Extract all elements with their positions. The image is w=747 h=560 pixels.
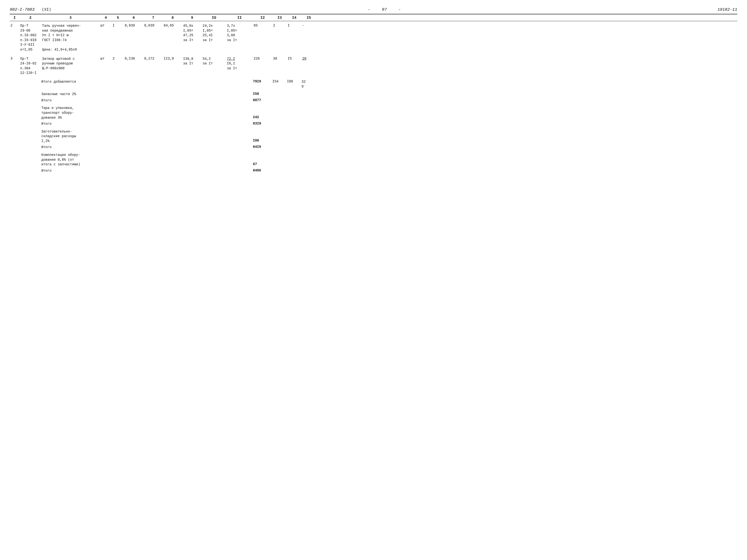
summary-row-itogo-4: Итого 8486 (10, 169, 737, 173)
summary-label: Итого (41, 122, 100, 126)
cell-1-15: - (302, 23, 316, 28)
dash1: - (368, 7, 370, 12)
cell-2-13: 38 (272, 56, 287, 61)
summary-row-tara: Тара и упаковка, транспорт обору- довани… (10, 106, 737, 120)
summary-row-komplektaciya: Комплектация обору- дования 0,8% (от ито… (10, 153, 737, 167)
col-header-13: I3 (272, 16, 287, 20)
cell-2-14: I5 (287, 56, 302, 61)
col-header-1: I (10, 16, 20, 20)
summary-val-12: 79I9 (253, 79, 272, 83)
page-num: 97 (382, 7, 387, 12)
col-header-11: II (226, 16, 253, 20)
cell-1-10: 24,2х I,05= 25,4I за Iт (202, 23, 226, 43)
summary-val-12: 67 (253, 162, 272, 167)
col-header-10: IO (202, 16, 226, 20)
col-header-4: 4 (100, 16, 112, 20)
summary-label: Итого (41, 145, 100, 150)
summary-val-12: 84I9 (253, 145, 272, 149)
cell-1-6: 0,039 (124, 23, 144, 28)
summary-label: Комплектация обору- дования 0,8% (от ито… (41, 153, 100, 167)
summary-val-12: 83I9 (253, 122, 272, 125)
col-header-3: 3 (41, 16, 100, 20)
col-header-7: 7 (144, 16, 163, 20)
cell-1-12: 85 (253, 23, 272, 28)
cell-2-6: 0,I36 (124, 56, 144, 61)
summary-row-spare-parts: Запасные части 2% I58 (10, 92, 737, 97)
col-header-9: 9 (182, 16, 202, 20)
cell-2-15: 20 (302, 56, 316, 61)
cell-2-4: шт (100, 56, 112, 61)
col-header-6: 6 (124, 16, 144, 20)
summary-val-12: I00 (253, 138, 272, 144)
cell-1-1: 2 (10, 23, 20, 28)
summary-label: Итого (41, 98, 100, 103)
summary-row-itogo-3: Итого 84I9 (10, 145, 737, 150)
cell-1-14: I (287, 23, 302, 28)
cell-2-2: Пр-Т 24-I0-02 п.304 22-I20-I (20, 56, 41, 76)
summary-row-itogo-1: Итого 8077 (10, 98, 737, 103)
col-header-12: I2 (253, 16, 272, 20)
cell-1-11: 3,7х I,05= 3,88 за Iт (226, 23, 253, 43)
cell-2-9: I39,0 за Iт (182, 56, 202, 67)
doc-id: 19182-11 (717, 7, 737, 12)
summary-label: Запасные части 2% (41, 92, 100, 97)
col-header-14: I4 (287, 16, 302, 20)
cell-2-5: 2 (112, 56, 124, 61)
summary-label: Итого (41, 169, 100, 173)
summary-val-14: I08 (287, 79, 302, 83)
summary-val-12: 8077 (253, 98, 272, 102)
cell-2-7: 0,272 (144, 56, 163, 61)
cell-1-9: 45,0х I,05= 47,25 за Iт (182, 23, 202, 43)
cell-1-4: шт (100, 23, 112, 28)
summary-row-itogo-dobavlyaetsya: Итого добавляется 79I9 I54 I08 32 9 (10, 79, 737, 89)
cell-1-5: I (112, 23, 124, 28)
col-header-8: 8 (163, 16, 182, 20)
summary-val-13: I54 (272, 79, 287, 83)
table-row: 2 Пр-Т I9-06 п.I6-002 п.I6-0I8 3-У-6II к… (10, 23, 737, 53)
cell-2-10: 54,2 за Iт (202, 56, 226, 67)
col-header-15: I5 (302, 16, 316, 20)
cell-2-1: 3 (10, 56, 20, 61)
summary-val-12: 242 (253, 115, 272, 120)
summary-row-itogo-2: Итого 83I9 (10, 122, 737, 126)
summary-val-15: 32 9 (302, 79, 316, 89)
header: 902-I-7083 (XI) - 97 - 19182-11 (10, 7, 737, 12)
cell-2-3: Затвор щитовой с ручным приводом Щ-Р-900… (41, 56, 100, 72)
summary-label: Заготовительно- складские расходы I,2% (41, 129, 100, 144)
summary-row-zagotovitelnye: Заготовительно- складские расходы I,2% I… (10, 129, 737, 144)
top-divider (10, 14, 737, 14)
col-header-5: 5 (112, 16, 124, 20)
cell-1-8: 84,65 (163, 23, 182, 28)
summary-val-12: I58 (253, 92, 272, 96)
summary-label: Итого добавляется (41, 79, 100, 84)
table-row: 3 Пр-Т 24-I0-02 п.304 22-I20-I Затвор щи… (10, 56, 737, 76)
summary-section: Итого добавляется 79I9 I54 I08 32 9 Запа… (10, 79, 737, 173)
doc-number: 902-I-7083 (10, 7, 34, 12)
cell-2-12: 226 (253, 56, 272, 61)
cell-2-8: II3,0 (163, 56, 182, 61)
summary-val-12: 8486 (253, 169, 272, 172)
header-xi: (XI) (42, 7, 51, 12)
col-header-2: 2 (20, 16, 41, 20)
cell-2-11: 72,I I6,I за Iт (226, 56, 253, 72)
dash2: - (398, 7, 401, 12)
cell-1-13: 2 (272, 23, 287, 28)
cell-1-2: Пр-Т I9-06 п.I6-002 п.I6-0I8 3-У-6II к=I… (20, 23, 41, 53)
cell-1-7: 0,039 (144, 23, 163, 28)
column-headers: I 2 3 4 5 6 7 8 9 IO II I2 I3 I4 I5 (10, 16, 737, 21)
cell-1-3: Таль ручная червяч- ная передвижная Уп I… (41, 23, 100, 53)
summary-label: Тара и упаковка, транспорт обору- довани… (41, 106, 100, 120)
